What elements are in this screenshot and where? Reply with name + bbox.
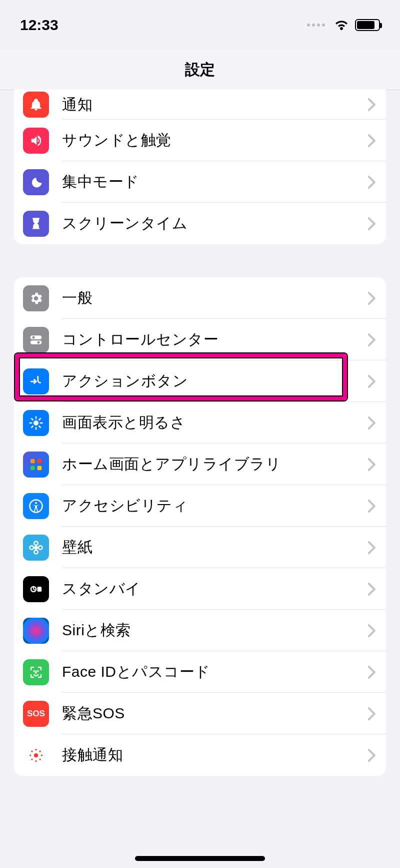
faceid-icon	[23, 659, 49, 685]
bell-icon	[23, 92, 49, 118]
moon-icon	[23, 169, 49, 195]
svg-point-10	[35, 502, 37, 504]
settings-row-exposure[interactable]: 接触通知	[14, 734, 386, 776]
svg-point-13	[34, 550, 38, 554]
svg-point-24	[41, 754, 42, 756]
row-label: 壁紙	[62, 537, 368, 558]
settings-row-standby[interactable]: スタンバイ	[14, 568, 386, 610]
hourglass-icon	[23, 211, 49, 237]
svg-point-15	[38, 546, 42, 550]
svg-point-18	[34, 670, 34, 671]
svg-rect-5	[30, 459, 35, 463]
switches-icon	[23, 327, 49, 353]
settings-group-notifications: 通知 サウンドと触覚 集中モード スクリーンタイム	[14, 90, 386, 244]
chevron-right-icon	[368, 98, 376, 111]
settings-row-faceid[interactable]: Face IDとパスコード	[14, 651, 386, 693]
exposure-icon	[23, 742, 49, 768]
home-indicator	[135, 856, 265, 861]
chevron-right-icon	[368, 583, 376, 596]
settings-row-accessibility[interactable]: アクセシビリティ	[14, 485, 386, 527]
row-label: 一般	[62, 288, 368, 308]
svg-rect-0	[30, 335, 42, 339]
row-label: 接触通知	[62, 745, 368, 765]
svg-rect-8	[38, 466, 42, 470]
row-label: スタンバイ	[62, 579, 368, 599]
gear-icon	[23, 285, 49, 311]
chevron-right-icon	[368, 375, 376, 388]
settings-row-action-button[interactable]: アクションボタン	[14, 360, 386, 402]
settings-row-screentime[interactable]: スクリーンタイム	[14, 203, 386, 244]
settings-row-general[interactable]: 一般	[14, 277, 386, 319]
chevron-right-icon	[368, 458, 376, 471]
siri-icon	[23, 618, 49, 644]
chevron-right-icon	[368, 666, 376, 679]
settings-row-wallpaper[interactable]: 壁紙	[14, 527, 386, 568]
row-label: ホーム画面とアプリライブラリ	[62, 454, 368, 475]
chevron-right-icon	[368, 707, 376, 720]
chevron-right-icon	[368, 624, 376, 637]
chevron-right-icon	[368, 749, 376, 762]
settings-row-siri[interactable]: Siriと検索	[14, 610, 386, 651]
sos-icon: SOS	[23, 701, 49, 727]
chevron-right-icon	[368, 292, 376, 305]
svg-rect-7	[30, 466, 35, 470]
settings-row-sos[interactable]: SOS 緊急SOS	[14, 693, 386, 734]
row-label: 通知	[62, 95, 368, 115]
svg-point-27	[31, 758, 32, 760]
row-label: アクションボタン	[62, 371, 368, 391]
chevron-right-icon	[368, 217, 376, 230]
row-label: Face IDとパスコード	[62, 662, 368, 682]
svg-point-11	[34, 546, 38, 550]
chevron-right-icon	[368, 134, 376, 147]
settings-row-control-center[interactable]: コントロールセンター	[14, 319, 386, 360]
svg-point-22	[35, 760, 36, 761]
nav-bar: 設定	[0, 50, 400, 90]
settings-row-focus[interactable]: 集中モード	[14, 161, 386, 203]
svg-point-3	[38, 341, 40, 343]
svg-point-26	[39, 750, 40, 752]
page-title: 設定	[185, 60, 215, 80]
svg-point-14	[30, 546, 34, 550]
settings-row-home-screen[interactable]: ホーム画面とアプリライブラリ	[14, 444, 386, 485]
apps-grid-icon	[23, 452, 49, 478]
status-right	[307, 19, 380, 31]
settings-row-notifications[interactable]: 通知	[14, 90, 386, 120]
row-label: コントロールセンター	[62, 329, 368, 350]
chevron-right-icon	[368, 416, 376, 429]
row-label: Siriと検索	[62, 620, 368, 641]
svg-rect-1	[30, 340, 42, 344]
chevron-right-icon	[368, 500, 376, 513]
svg-point-28	[39, 758, 40, 760]
settings-row-display[interactable]: 画面表示と明るさ	[14, 402, 386, 444]
settings-group-general: 一般 コントロールセンター アクションボタン 画面表示と明るさ	[14, 277, 386, 776]
row-label: 画面表示と明るさ	[62, 412, 368, 433]
action-button-icon	[23, 368, 49, 394]
chevron-right-icon	[368, 333, 376, 346]
speaker-icon	[23, 128, 49, 154]
standby-icon	[23, 576, 49, 602]
settings-row-sounds[interactable]: サウンドと触覚	[14, 120, 386, 161]
svg-point-12	[34, 541, 38, 545]
wifi-icon	[334, 20, 349, 31]
row-label: 緊急SOS	[62, 703, 368, 724]
svg-point-25	[31, 750, 32, 752]
chevron-right-icon	[368, 176, 376, 189]
dots-icon	[307, 24, 325, 27]
row-label: 集中モード	[62, 172, 368, 192]
row-label: スクリーンタイム	[62, 213, 368, 234]
chevron-right-icon	[368, 541, 376, 554]
svg-point-19	[38, 670, 38, 671]
svg-point-4	[34, 420, 38, 425]
accessibility-icon	[23, 493, 49, 519]
svg-point-20	[34, 753, 38, 757]
row-label: アクセシビリティ	[62, 496, 368, 516]
svg-rect-17	[38, 587, 42, 592]
battery-icon	[355, 19, 380, 31]
svg-rect-6	[38, 459, 42, 463]
brightness-icon	[23, 410, 49, 436]
status-time: 12:33	[20, 17, 58, 34]
settings-content: 通知 サウンドと触覚 集中モード スクリーンタイム	[0, 90, 400, 806]
row-label: サウンドと触覚	[62, 130, 368, 151]
svg-point-23	[30, 754, 31, 756]
svg-point-2	[32, 336, 35, 338]
